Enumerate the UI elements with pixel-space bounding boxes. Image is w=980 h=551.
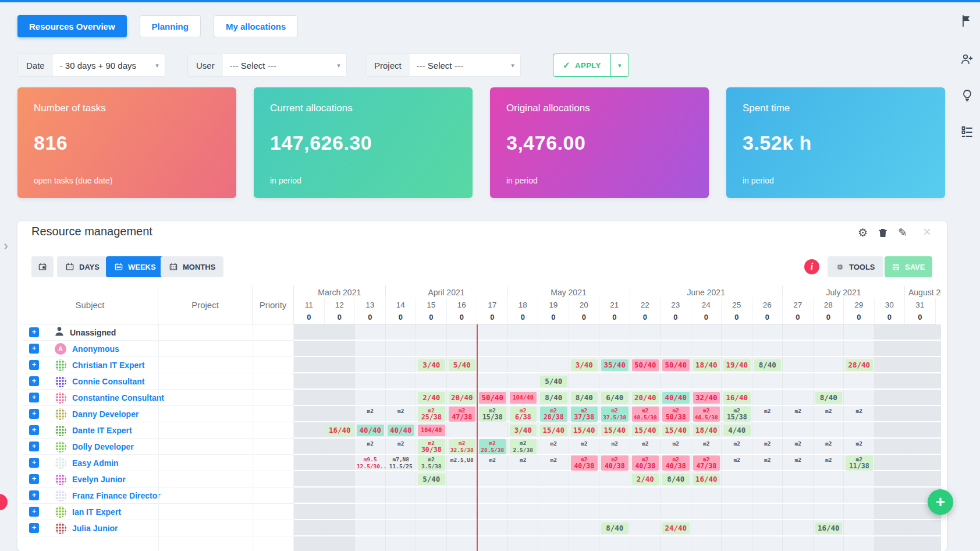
allocation-cell[interactable]: m2	[601, 440, 629, 447]
allocation-cell[interactable]: m211/38	[846, 455, 873, 471]
grid-cell[interactable]	[722, 324, 752, 340]
allocation-cell[interactable]: m2	[693, 440, 720, 447]
grid-cell[interactable]	[325, 471, 356, 486]
grid-cell[interactable]	[294, 373, 325, 388]
grid-cell[interactable]	[691, 341, 722, 356]
allocation-cell[interactable]: m2	[357, 440, 384, 447]
grid-cell[interactable]	[599, 488, 630, 503]
allocation-cell[interactable]: 8/40	[662, 474, 690, 485]
grid-cell[interactable]	[875, 488, 906, 503]
grid-cell[interactable]	[477, 488, 508, 503]
grid-cell[interactable]	[325, 324, 356, 340]
add-button[interactable]: +	[928, 489, 953, 515]
grid-cell[interactable]	[599, 373, 630, 388]
grid-cell[interactable]	[844, 373, 875, 388]
grid-cell[interactable]	[783, 488, 814, 503]
grid-cell[interactable]	[661, 504, 691, 519]
grid-cell[interactable]	[661, 536, 691, 551]
grid-cell[interactable]	[661, 488, 691, 503]
grid-cell[interactable]	[294, 406, 325, 421]
allocation-cell[interactable]: m2	[662, 440, 690, 447]
grid-cell[interactable]	[477, 471, 508, 486]
grid-cell[interactable]	[599, 341, 630, 356]
grid-cell[interactable]	[875, 390, 906, 405]
grid-cell[interactable]	[752, 536, 783, 551]
tab-planning[interactable]: Planning	[140, 15, 201, 37]
allocation-cell[interactable]: m2	[846, 407, 873, 414]
grid-cell[interactable]	[355, 520, 386, 535]
allocation-cell[interactable]: m2	[784, 456, 812, 463]
allocation-cell[interactable]: m247/38	[449, 407, 476, 422]
resource-name-link[interactable]: Julia Junior	[72, 524, 118, 533]
grid-cell[interactable]	[569, 488, 600, 503]
allocation-cell[interactable]: m2	[357, 407, 384, 414]
grid-cell[interactable]	[844, 324, 875, 340]
allocation-cell[interactable]: m246.5/38	[693, 407, 720, 422]
tab-my-allocations[interactable]: My allocations	[214, 15, 298, 37]
grid-cell[interactable]	[814, 422, 844, 437]
grid-cell[interactable]	[447, 536, 478, 551]
view-days-button[interactable]: DAYS	[57, 256, 108, 277]
expand-row-button[interactable]: +	[29, 507, 39, 517]
grid-cell[interactable]	[538, 357, 569, 372]
allocation-cell[interactable]: 8/40	[815, 392, 843, 404]
grid-cell[interactable]	[355, 504, 386, 519]
allocation-cell[interactable]: 15/40	[632, 425, 659, 436]
grid-cell[interactable]	[508, 373, 539, 388]
grid-cell[interactable]	[814, 324, 844, 340]
tab-resources-overview[interactable]: Resources Overview	[17, 15, 127, 37]
grid-cell[interactable]	[783, 536, 814, 551]
grid-cell[interactable]	[814, 488, 844, 503]
pencil-icon[interactable]: ✎	[898, 226, 907, 239]
grid-cell[interactable]	[905, 455, 941, 470]
allocation-cell[interactable]: m2	[540, 440, 567, 447]
view-months-button[interactable]: MONTHS	[161, 256, 223, 277]
resource-name-link[interactable]: Franz Finance Director	[72, 491, 161, 500]
close-icon[interactable]: ×	[923, 224, 931, 240]
lightbulb-icon[interactable]	[960, 89, 974, 103]
expand-row-button[interactable]: +	[29, 441, 39, 451]
grid-cell[interactable]	[325, 504, 356, 519]
grid-cell[interactable]	[752, 341, 783, 356]
grid-cell[interactable]	[905, 422, 941, 437]
resource-name-link[interactable]: Ian IT Expert	[72, 507, 121, 517]
allocation-cell[interactable]: m240/38	[662, 455, 690, 471]
allocation-cell[interactable]: m2.5,U8	[449, 456, 476, 463]
grid-cell[interactable]	[508, 536, 539, 551]
grid-cell[interactable]	[447, 504, 478, 519]
grid-cell[interactable]	[630, 520, 661, 535]
grid-cell[interactable]	[783, 422, 814, 437]
grid-cell[interactable]	[416, 373, 447, 388]
grid-cell[interactable]	[508, 341, 539, 356]
grid-cell[interactable]	[325, 536, 356, 551]
allocation-cell[interactable]: 28/40	[846, 359, 873, 371]
grid-cell[interactable]	[325, 406, 356, 421]
allocation-cell[interactable]: 16/40	[723, 392, 751, 404]
grid-cell[interactable]	[386, 488, 417, 503]
grid-cell[interactable]	[905, 390, 941, 405]
grid-cell[interactable]	[875, 536, 906, 551]
grid-cell[interactable]	[569, 536, 600, 551]
allocation-cell[interactable]: 8/40	[754, 359, 782, 371]
allocation-cell[interactable]: m250/38	[662, 407, 690, 422]
grid-cell[interactable]	[294, 520, 325, 535]
flag-icon[interactable]	[960, 14, 974, 28]
grid-cell[interactable]	[447, 471, 478, 486]
task-list-icon[interactable]	[960, 125, 974, 139]
allocation-cell[interactable]: 5/40	[449, 359, 476, 371]
resource-name-link[interactable]: Easy Admin	[72, 458, 119, 468]
grid-cell[interactable]	[386, 504, 417, 519]
add-user-icon[interactable]	[960, 52, 974, 66]
gear-icon[interactable]: ⚙	[858, 226, 868, 239]
allocation-cell[interactable]: m228.5/38	[479, 439, 506, 454]
grid-cell[interactable]	[905, 373, 941, 388]
grid-cell[interactable]	[905, 357, 941, 372]
resource-name-link[interactable]: Dolly Developer	[72, 442, 134, 451]
grid-cell[interactable]	[386, 390, 417, 405]
expand-row-button[interactable]: +	[29, 360, 39, 370]
allocation-cell[interactable]: 3/40	[418, 359, 445, 371]
grid-cell[interactable]	[386, 520, 417, 535]
allocation-cell[interactable]: 50/40	[662, 359, 690, 371]
grid-cell[interactable]	[599, 504, 630, 519]
allocation-cell[interactable]: 35/40	[601, 359, 629, 371]
